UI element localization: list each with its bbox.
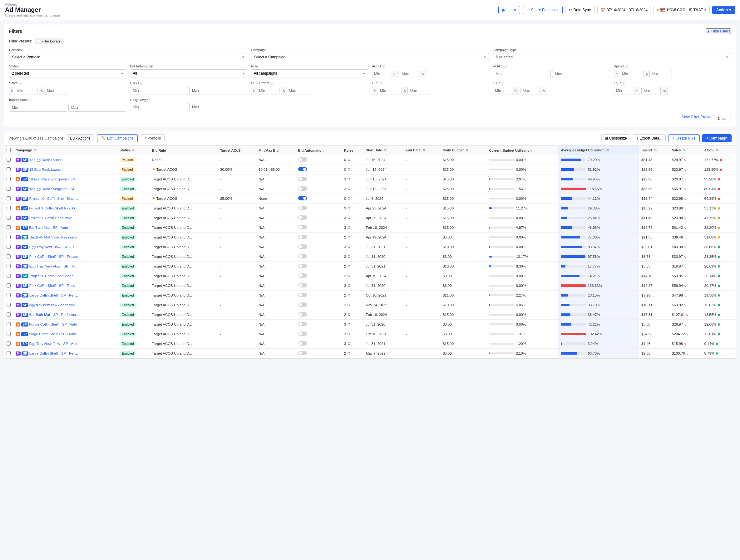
campaign-name-link[interactable]: Project X Coffin Shelf New Gr... [29,216,79,220]
gear-icon[interactable]: ⚙ [347,284,351,287]
gear-icon[interactable]: ⚙ [347,342,351,346]
header-rules[interactable]: Rules [342,146,363,155]
bid-automation-toggle[interactable] [298,235,307,239]
campaign-name-link[interactable]: Bat Bath Mat - SP - Auto [29,226,68,229]
save-filter-preset-button[interactable]: Save Filter Preset [681,115,711,122]
daily-budget-max-input[interactable] [189,103,247,111]
row-checkbox[interactable] [7,187,11,191]
header-bid-rule[interactable]: Bid Rule [150,146,218,155]
row-checkbox[interactable] [7,167,11,171]
gear-icon[interactable]: ⚙ [347,206,351,210]
amazon-account-badge[interactable]: a 🇺🇸 HOW COOL IS THAT ▾ [653,6,710,14]
header-target-acos[interactable]: Target ACoS [218,146,256,155]
clicks-min-input[interactable] [130,87,188,95]
campaign-name-link[interactable]: Project X Coffin Shelf New Gr... [29,206,79,210]
bid-automation-toggle[interactable] [298,322,307,326]
cpc-min-input[interactable] [378,87,400,95]
filter-library-button[interactable]: ⊞ Filter Library [35,38,63,44]
campaign-name-link[interactable]: egg tray new flow - performa... [29,303,78,307]
daily-budget-min-input[interactable] [130,103,188,111]
header-start-date[interactable]: Start Date ⇅ [363,146,403,155]
campaign-name-link[interactable]: Egg Tray New Flow - SP - Res... [29,245,79,249]
campaign-name-link[interactable]: 18 Egg Rack Evergreen - SP -... [29,177,79,181]
campaign-name-link[interactable]: Large Coffin Shelf - SP - Perfo... [29,352,79,355]
bid-automation-toggle[interactable] [298,186,307,191]
gear-icon[interactable]: ⚙ [347,255,351,259]
gear-icon[interactable]: ⚙ [347,226,351,229]
learn-button[interactable]: ▶ Learn [498,6,520,14]
create-rule-button[interactable]: + Create Rule [668,134,700,142]
row-checkbox[interactable] [7,303,11,307]
gear-icon[interactable]: ⚙ [347,187,351,191]
bid-automation-toggle[interactable] [298,302,307,307]
bid-automation-toggle[interactable] [298,264,307,268]
campaign-name-link[interactable]: Large Coffin Shelf - SP - Perfo... [29,293,79,297]
sales-info-icon[interactable]: ⓘ [19,82,22,85]
gear-icon[interactable]: ⚙ [347,264,351,268]
bid-automation-toggle[interactable] [298,351,307,355]
action-button[interactable]: Action ▾ [712,6,735,14]
row-checkbox[interactable] [7,312,11,316]
row-checkbox[interactable] [7,254,11,259]
header-avg-budget-util[interactable]: Average Budget Utilization ⇅ [558,146,639,155]
ctr-min-input[interactable] [493,87,512,95]
gear-icon[interactable]: ⚙ [347,313,351,316]
header-bid-automation[interactable]: Bid Automation [296,146,342,155]
campaign-name-link[interactable]: Bat Bath Mat - SP - Performa... [29,313,79,316]
sales-max-input[interactable] [45,87,67,95]
ctr-info-icon[interactable]: ⓘ [501,82,504,85]
gear-icon[interactable]: ⚙ [347,303,351,307]
header-daily-budget[interactable]: Daily Budget ⇅ [440,146,487,155]
row-checkbox[interactable] [7,274,11,278]
roas-max-input[interactable] [552,70,610,78]
gear-icon[interactable]: ⚙ [347,197,351,200]
gear-icon[interactable]: ⚙ [347,177,351,181]
bid-automation-toggle[interactable] [298,196,307,200]
spend-min-input[interactable] [620,70,642,78]
row-checkbox[interactable] [7,264,11,268]
row-checkbox[interactable] [7,177,11,181]
gear-icon[interactable]: ⚙ [347,322,351,326]
ppc-min-input[interactable] [257,87,279,95]
campaign-name-link[interactable]: 12 Egg Rack Launch [29,158,63,162]
row-checkbox[interactable] [7,216,11,220]
campaign-type-select[interactable]: 5 selected [493,53,731,61]
cpc-info-icon[interactable]: ⓘ [380,82,383,85]
data-sync-button[interactable]: ⟳ Data Sync [565,6,595,14]
ctr-max-input[interactable] [521,87,540,95]
impressions-max-input[interactable] [68,104,126,112]
edit-campaigns-button[interactable]: ✏️ Edit Campaigns [97,134,138,142]
bid-automation-toggle[interactable] [298,254,307,259]
bid-automation-toggle[interactable] [298,177,307,181]
export-button[interactable]: ↓ Export Data... [633,134,666,142]
header-current-budget-util[interactable]: Current Budget Utilization [486,146,558,155]
campaign-name-link[interactable]: Egg Tray New Flow - SP - Per... [29,264,79,268]
campaign-name-link[interactable]: 18 Egg Rack Evergreen - SP -... [29,187,79,191]
bid-automation-toggle[interactable] [298,167,307,171]
bid-automation-toggle[interactable] [298,312,307,316]
row-checkbox[interactable] [7,235,11,239]
ppc-info-icon[interactable]: ⓘ [270,82,274,85]
header-acos[interactable]: ACoS ⇅ [702,146,736,155]
gear-icon[interactable]: ⚙ [347,236,351,239]
clicks-max-input[interactable] [189,87,247,95]
bid-automation-toggle[interactable] [298,225,307,229]
status-select[interactable]: 2 selected [9,69,126,77]
bid-automation-toggle[interactable] [298,273,307,278]
sales-min-input[interactable] [15,87,37,95]
ppc-max-input[interactable] [287,87,309,95]
gear-icon[interactable]: ⚙ [347,245,351,249]
spend-info-icon[interactable]: ⓘ [625,65,628,68]
header-campaign[interactable]: Campaign ⇅ [13,146,117,155]
row-checkbox[interactable] [7,283,11,287]
row-checkbox[interactable] [7,342,11,346]
row-checkbox[interactable] [7,322,11,326]
roas-info-icon[interactable]: ⓘ [503,65,507,68]
gear-icon[interactable]: ⚙ [347,168,351,171]
campaign-name-link[interactable]: 18 Egg Rack Launch [29,168,63,171]
acos-info-icon[interactable]: ⓘ [382,65,385,68]
acos-max-input[interactable] [400,70,419,78]
bulk-actions-button[interactable]: Bulk Actions [67,134,94,142]
row-checkbox[interactable] [7,351,11,355]
share-feedback-button[interactable]: ↗ Share Feedback [523,6,563,14]
